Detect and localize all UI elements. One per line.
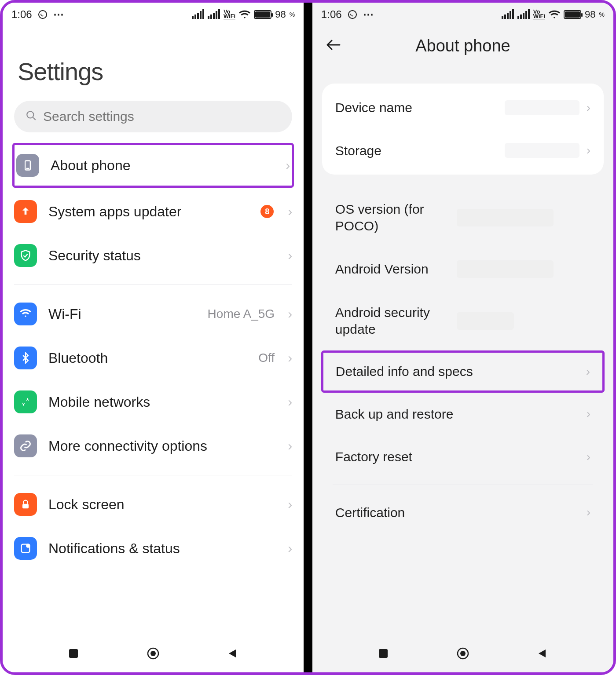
svg-rect-7	[69, 649, 78, 658]
svg-point-6	[26, 544, 30, 548]
vowifi-icon: VoWiFi	[224, 10, 235, 19]
nav-recent-icon[interactable]	[376, 646, 391, 661]
row-backup-restore[interactable]: Back up and restore ›	[322, 393, 604, 436]
row-label: Device name	[335, 99, 498, 116]
row-security-status[interactable]: Security status ›	[14, 234, 292, 277]
row-label: More connectivity options	[48, 438, 276, 454]
row-label: System apps updater	[48, 204, 249, 220]
nav-back-icon[interactable]	[535, 646, 550, 661]
search-icon	[26, 110, 37, 123]
battery-icon	[564, 10, 581, 19]
svg-point-0	[39, 11, 47, 18]
row-label: Android Version	[335, 261, 450, 277]
row-bluetooth[interactable]: Bluetooth Off ›	[14, 336, 292, 380]
chevron-right-icon: ›	[288, 306, 292, 321]
vowifi-icon: VoWiFi	[533, 10, 545, 19]
about-phone-screen: 1:06 ⋯ VoWiFi 98% About phone Device nam…	[312, 3, 613, 672]
redacted-value	[457, 312, 514, 330]
row-label: Wi-Fi	[48, 306, 196, 322]
svg-point-1	[27, 111, 33, 118]
row-system-apps-updater[interactable]: System apps updater 8 ›	[14, 190, 292, 234]
page-title: Settings	[18, 57, 292, 86]
clock: 1:06	[11, 8, 32, 21]
row-detailed-info-specs[interactable]: Detailed info and specs ›	[323, 353, 602, 390]
search-settings[interactable]	[14, 101, 292, 132]
row-label: Back up and restore	[335, 406, 579, 423]
row-label: Lock screen	[48, 496, 276, 513]
highlight-detailed-info: Detailed info and specs ›	[321, 350, 605, 393]
svg-point-10	[348, 11, 356, 18]
row-wifi[interactable]: Wi-Fi Home A_5G ›	[14, 292, 292, 336]
divider	[14, 475, 292, 475]
chevron-right-icon: ›	[586, 365, 590, 379]
pane-separator	[304, 3, 312, 672]
row-more-connectivity[interactable]: More connectivity options ›	[14, 424, 292, 468]
link-icon	[14, 434, 37, 457]
row-about-phone[interactable]: About phone ›	[16, 145, 290, 186]
row-label: Storage	[335, 142, 498, 159]
row-factory-reset[interactable]: Factory reset ›	[322, 435, 604, 478]
wifi-icon	[549, 10, 560, 19]
update-count-badge: 8	[260, 205, 274, 218]
row-os-version[interactable]: OS version (for POCO)	[322, 188, 604, 247]
status-bar: 1:06 ⋯ VoWiFi 98%	[3, 3, 304, 26]
phone-icon	[16, 154, 39, 177]
row-lock-screen[interactable]: Lock screen ›	[14, 482, 292, 526]
wifi-icon	[239, 10, 250, 19]
row-storage[interactable]: Storage ›	[322, 129, 604, 172]
row-value: Off	[258, 351, 275, 365]
svg-point-9	[150, 651, 156, 656]
row-mobile-networks[interactable]: Mobile networks ›	[14, 380, 292, 424]
row-notifications-status[interactable]: Notifications & status ›	[14, 526, 292, 570]
svg-point-13	[460, 651, 466, 656]
svg-rect-4	[22, 504, 29, 509]
battery-percent: 98	[275, 9, 286, 20]
battery-percent: 98	[585, 9, 595, 20]
row-label: Detailed info and specs	[336, 363, 579, 380]
row-label: Mobile networks	[48, 394, 276, 410]
divider	[333, 485, 593, 485]
svg-rect-3	[26, 168, 29, 169]
nav-recent-icon[interactable]	[66, 646, 81, 661]
row-android-security-update[interactable]: Android security update	[322, 291, 604, 350]
back-button[interactable]	[326, 39, 345, 53]
more-notifications-icon: ⋯	[363, 8, 375, 21]
divider	[14, 285, 292, 285]
chevron-right-icon: ›	[288, 204, 292, 219]
row-label: OS version (for POCO)	[335, 201, 450, 234]
arrow-up-icon	[14, 200, 37, 223]
row-label: Android security update	[335, 304, 450, 337]
nav-back-icon[interactable]	[225, 646, 240, 661]
whatsapp-icon	[347, 9, 358, 20]
nav-home-icon[interactable]	[146, 646, 161, 661]
nav-bar	[312, 635, 613, 672]
arrows-swap-icon	[14, 390, 37, 413]
row-label: Certification	[335, 504, 579, 521]
signal-icon-2	[517, 10, 530, 19]
row-label: Security status	[48, 248, 276, 264]
redacted-value	[505, 143, 579, 158]
row-android-version[interactable]: Android Version	[322, 247, 604, 291]
row-certification[interactable]: Certification ›	[322, 491, 604, 534]
notification-icon	[14, 537, 37, 560]
row-value: Home A_5G	[208, 307, 275, 321]
whatsapp-icon	[37, 9, 48, 20]
row-label: Bluetooth	[48, 350, 247, 366]
redacted-value	[457, 260, 554, 278]
svg-rect-11	[379, 649, 388, 658]
search-input[interactable]	[43, 109, 281, 124]
signal-icon-1	[192, 10, 204, 19]
bluetooth-icon	[14, 347, 37, 369]
chevron-right-icon: ›	[587, 505, 590, 519]
signal-icon-2	[208, 10, 220, 19]
chevron-right-icon: ›	[288, 438, 292, 453]
row-label: About phone	[51, 157, 274, 174]
status-bar: 1:06 ⋯ VoWiFi 98%	[312, 3, 613, 26]
nav-home-icon[interactable]	[455, 646, 470, 661]
row-device-name[interactable]: Device name ›	[322, 86, 604, 129]
row-label: Notifications & status	[48, 540, 276, 557]
redacted-value	[505, 100, 579, 115]
battery-icon	[254, 10, 271, 19]
wifi-tile-icon	[14, 303, 37, 325]
nav-bar	[3, 635, 304, 672]
